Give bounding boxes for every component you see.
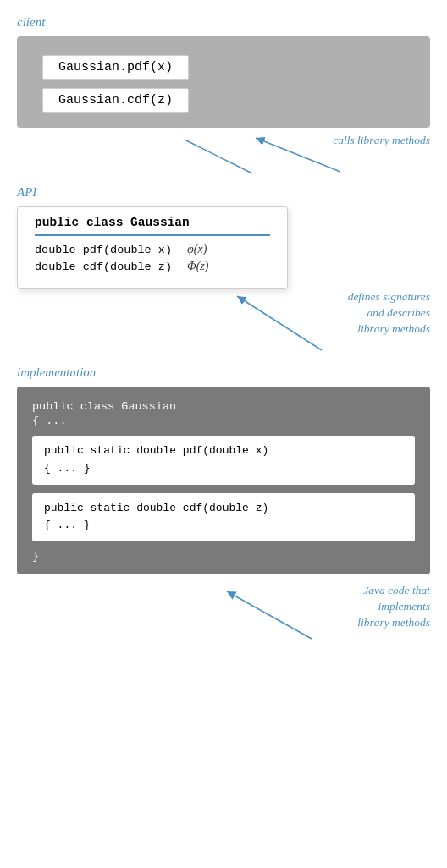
svg-line-5 <box>237 296 322 350</box>
client-label: client <box>17 15 430 30</box>
api-method-row-1: double cdf(double z) Φ(z) <box>35 260 270 273</box>
impl-inner-box-1: public static double cdf(double z) { ...… <box>32 493 415 542</box>
impl-inner-line-1-1: { ... } <box>44 517 403 535</box>
client-section: client Gaussian.pdf(x) Gaussian.cdf(z) c… <box>17 15 430 177</box>
api-box: public class Gaussian double pdf(double … <box>17 206 288 289</box>
client-annotation-area: calls library methods <box>17 133 430 177</box>
implementation-section: implementation public class Gaussian { .… <box>17 365 430 642</box>
api-label: API <box>17 185 430 200</box>
client-code-line-1: Gaussian.pdf(x) <box>42 55 189 80</box>
client-code-line-2: Gaussian.cdf(z) <box>42 88 189 113</box>
api-method-sig-1: double cdf(double z) <box>35 261 172 273</box>
impl-brace-close: } <box>32 550 415 563</box>
client-annotation: calls library methods <box>333 133 430 148</box>
api-annotation: defines signatures and describes library… <box>348 289 430 338</box>
impl-box: public class Gaussian { ... public stati… <box>17 387 430 574</box>
impl-label: implementation <box>17 365 430 380</box>
impl-inner-line-0-0: public static double pdf(double x) <box>44 442 403 460</box>
impl-arrow <box>212 586 322 644</box>
api-class-header: public class Gaussian <box>35 216 270 236</box>
impl-annotation: Java code that implements library method… <box>357 583 430 631</box>
impl-inner-line-0-1: { ... } <box>44 460 403 478</box>
impl-inner-line-1-0: public static double cdf(double z) <box>44 500 403 518</box>
svg-line-3 <box>256 138 340 172</box>
impl-brace-open: { ... <box>32 415 415 427</box>
svg-line-7 <box>227 591 312 639</box>
api-method-math-1: Φ(z) <box>187 260 221 273</box>
api-section: API public class Gaussian double pdf(dou… <box>17 185 430 357</box>
api-method-sig-0: double pdf(double x) <box>35 244 172 256</box>
impl-top-line: public class Gaussian <box>32 400 415 413</box>
api-method-row-0: double pdf(double x) φ(x) <box>35 243 270 256</box>
impl-annotation-area: Java code that implements library method… <box>17 574 430 642</box>
api-arrow <box>222 291 332 355</box>
api-method-math-0: φ(x) <box>187 243 221 256</box>
client-box: Gaussian.pdf(x) Gaussian.cdf(z) <box>17 36 430 128</box>
api-annotation-area: defines signatures and describes library… <box>17 289 430 357</box>
impl-inner-box-0: public static double pdf(double x) { ...… <box>32 436 415 485</box>
